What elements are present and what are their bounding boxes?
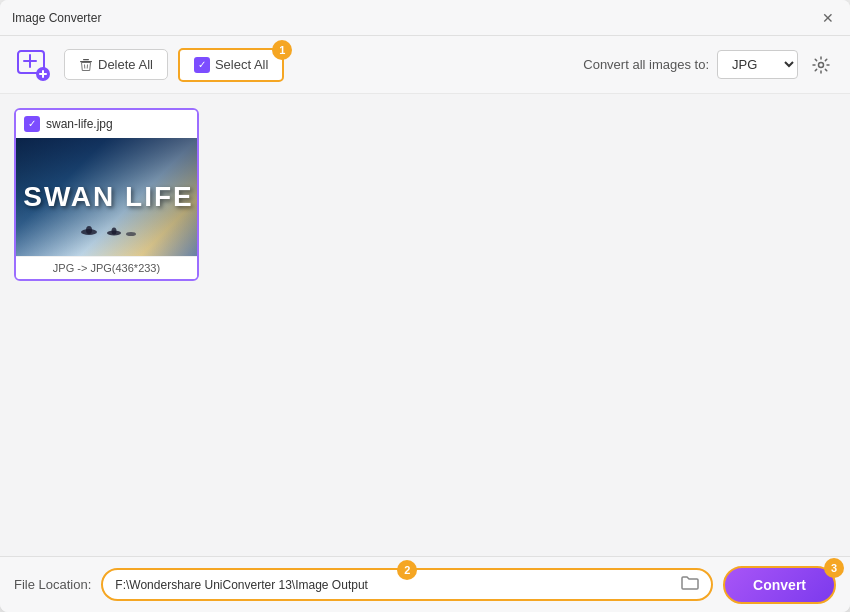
image-card[interactable]: swan-life.jpg SWAN LIFE (14, 108, 199, 281)
conversion-info: JPG -> JPG(436*233) (53, 262, 160, 274)
birds-decoration (16, 224, 199, 238)
image-card-header: swan-life.jpg (16, 110, 197, 138)
svg-point-15 (126, 232, 136, 236)
delete-all-label: Delete All (98, 57, 153, 72)
toolbar: Delete All 1 Select All Convert all imag… (0, 36, 850, 94)
window-title: Image Converter (12, 11, 101, 25)
select-all-label: Select All (215, 57, 268, 72)
convert-all-label: Convert all images to: (583, 57, 709, 72)
toolbar-right: Convert all images to: JPG PNG BMP GIF T… (583, 50, 836, 80)
file-location-container: 2 F:\Wondershare UniConverter 13\Image O… (101, 568, 713, 601)
content-area: swan-life.jpg SWAN LIFE (0, 94, 850, 556)
settings-icon (811, 55, 831, 75)
svg-point-10 (819, 62, 824, 67)
convert-badge: 3 (824, 558, 844, 578)
settings-button[interactable] (806, 50, 836, 80)
select-all-button[interactable]: 1 Select All (178, 48, 284, 82)
format-selector[interactable]: JPG PNG BMP GIF TIFF WEBP (717, 50, 798, 79)
svg-point-12 (86, 226, 92, 234)
trash-icon (79, 58, 93, 72)
image-preview-text: SWAN LIFE (23, 181, 193, 213)
image-checkbox[interactable] (24, 116, 40, 132)
file-path-selector[interactable]: F:\Wondershare UniConverter 13\Image Out… (115, 578, 675, 592)
image-filename: swan-life.jpg (46, 117, 113, 131)
file-location-badge: 2 (397, 560, 417, 580)
main-window: Image Converter ✕ Delete Al (0, 0, 850, 612)
convert-button[interactable]: 3 Convert (723, 566, 836, 604)
convert-button-label: Convert (753, 577, 806, 593)
close-button[interactable]: ✕ (818, 8, 838, 28)
svg-rect-7 (83, 59, 89, 60)
file-location-label: File Location: (14, 577, 91, 592)
image-preview: SWAN LIFE (16, 138, 199, 256)
select-all-checkbox (194, 57, 210, 73)
bottom-bar: File Location: 2 F:\Wondershare UniConve… (0, 556, 850, 612)
svg-rect-6 (80, 61, 92, 62)
select-all-badge: 1 (272, 40, 292, 60)
add-image-button[interactable] (14, 45, 54, 85)
browse-folder-icon[interactable] (681, 575, 699, 594)
image-card-footer: JPG -> JPG(436*233) (16, 256, 197, 279)
title-bar: Image Converter ✕ (0, 0, 850, 36)
delete-all-button[interactable]: Delete All (64, 49, 168, 80)
svg-point-14 (111, 228, 116, 235)
